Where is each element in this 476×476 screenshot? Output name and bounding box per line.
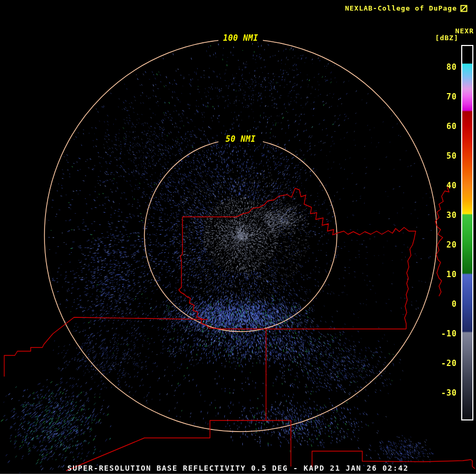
status-bar-text: SUPER-RESOLUTION BASE REFLECTIVITY 0.5 D…: [0, 464, 476, 472]
county-boundary-line: [66, 420, 266, 471]
branding-text: NEXLAB-College of DuPage: [345, 4, 457, 12]
county-boundary-line: [4, 317, 208, 377]
bottom-edge-bar: [0, 474, 476, 476]
header-branding: NEXLAB-College of DuPage: [345, 4, 468, 12]
range-ring: [144, 139, 337, 332]
range-ring-label: 50 NMI: [225, 134, 255, 144]
radar-app-window: 100 NMI50 NMI NEXLAB-College of DuPage N…: [0, 0, 476, 476]
nexlab-logo-icon: [460, 5, 468, 12]
range-ring: [44, 39, 437, 432]
county-boundary-line: [266, 329, 291, 466]
colorbar-gradient: [461, 45, 473, 420]
colorbar-units-label: [dBZ]: [435, 34, 459, 42]
map-overlay: 100 NMI50 NMI: [0, 0, 476, 476]
county-boundary-line: [182, 188, 416, 329]
range-ring-label: 100 NMI: [223, 33, 259, 43]
county-boundary-line: [435, 186, 451, 296]
